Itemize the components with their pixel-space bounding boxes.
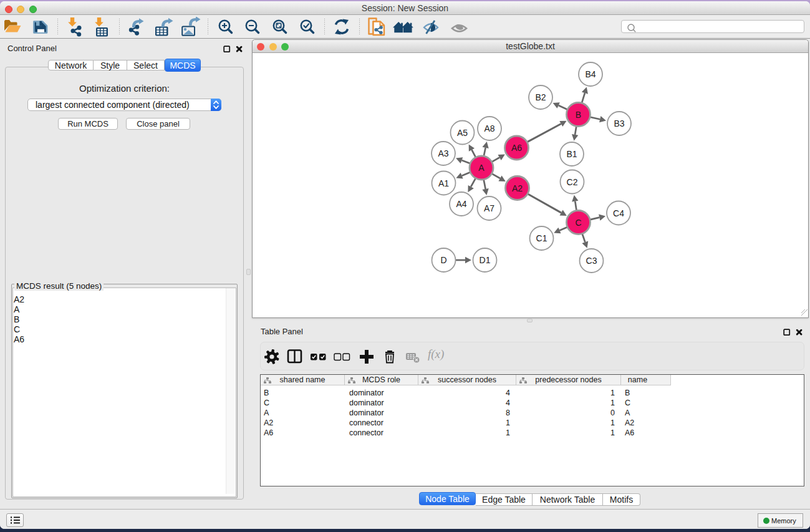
svg-text:D: D xyxy=(440,255,446,265)
svg-text:C3: C3 xyxy=(586,256,597,266)
svg-text:A3: A3 xyxy=(438,148,448,158)
svg-text:B: B xyxy=(576,110,581,120)
svg-text:C1: C1 xyxy=(536,233,547,243)
svg-text:A5: A5 xyxy=(457,128,468,138)
svg-text:B3: B3 xyxy=(614,118,624,128)
svg-text:B2: B2 xyxy=(535,92,546,102)
svg-text:C2: C2 xyxy=(567,177,578,187)
svg-text:C4: C4 xyxy=(613,208,624,218)
svg-text:A1: A1 xyxy=(438,178,449,188)
svg-text:C: C xyxy=(575,218,581,228)
svg-text:B4: B4 xyxy=(585,69,595,79)
svg-text:A7: A7 xyxy=(484,203,494,213)
svg-text:B1: B1 xyxy=(566,149,577,159)
svg-text:A2: A2 xyxy=(512,183,523,193)
svg-text:A4: A4 xyxy=(456,199,466,209)
svg-text:A6: A6 xyxy=(511,143,522,153)
svg-text:D1: D1 xyxy=(480,255,491,265)
svg-text:A8: A8 xyxy=(484,123,494,133)
svg-text:A: A xyxy=(478,163,485,173)
